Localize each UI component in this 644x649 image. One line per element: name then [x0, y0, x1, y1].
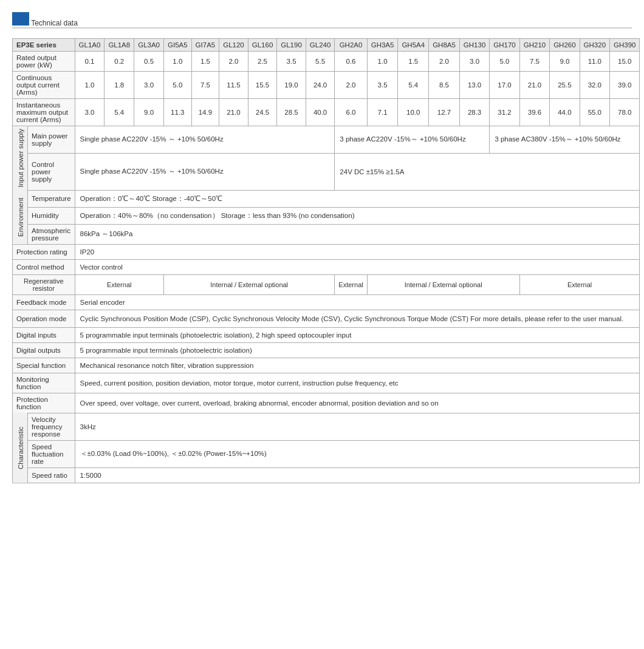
- col-GH3A5: GH3A5: [367, 39, 398, 52]
- monitoring-function-label: Monitoring function: [13, 373, 75, 393]
- inst-6: 24.5: [248, 99, 277, 126]
- page-title: Technical data: [12, 12, 632, 27]
- col-GL1A8: GL1A8: [104, 39, 134, 52]
- atmospheric-value: 86kPa ～106kPa: [75, 224, 640, 244]
- inst-10: 7.1: [367, 99, 398, 126]
- protection-function-value: Over speed, over voltage, over current, …: [75, 393, 640, 413]
- digital-inputs-label: Digital inputs: [13, 327, 75, 342]
- cont-2: 3.0: [134, 72, 164, 99]
- col-GH390: GH390: [610, 39, 640, 52]
- inst-11: 10.0: [398, 99, 429, 126]
- input-power-supply-section: Input power supply: [13, 126, 28, 191]
- inst-15: 39.6: [519, 99, 549, 126]
- rated-power-15: 7.5: [519, 52, 549, 72]
- cont-11: 5.4: [398, 72, 429, 99]
- environment-section: Environment: [13, 190, 28, 244]
- inst-18: 78.0: [610, 99, 640, 126]
- digital-inputs-value: 5 programmable input terminals (photoele…: [75, 327, 640, 342]
- rated-power-12: 2.0: [429, 52, 460, 72]
- cont-12: 8.5: [429, 72, 460, 99]
- col-GL190: GL190: [277, 39, 306, 52]
- col-GH320: GH320: [580, 39, 609, 52]
- rated-power-11: 1.5: [398, 52, 429, 72]
- cont-8: 24.0: [306, 72, 335, 99]
- cont-7: 19.0: [277, 72, 306, 99]
- col-GH8A5: GH8A5: [429, 39, 460, 52]
- rated-power-9: 0.6: [335, 52, 367, 72]
- rated-power-17: 11.0: [580, 52, 609, 72]
- cont-1: 1.8: [104, 72, 134, 99]
- cont-18: 39.0: [610, 72, 640, 99]
- inst-16: 44.0: [550, 99, 580, 126]
- protection-rating-value: IP20: [75, 244, 640, 259]
- operation-mode-value: Cyclic Synchronous Position Mode (CSP), …: [75, 310, 640, 327]
- cont-15: 21.0: [519, 72, 549, 99]
- col-GH170: GH170: [490, 39, 519, 52]
- cont-4: 7.5: [191, 72, 219, 99]
- col-GL120: GL120: [219, 39, 248, 52]
- humidity-value: Operation：40%～80%（no condensation） Stora…: [75, 207, 640, 224]
- inst-9: 6.0: [335, 99, 367, 126]
- rated-power-label: Rated output power (kW): [13, 52, 75, 72]
- speed-fluct-value: ＜±0.03% (Load 0%~100%), ＜±0.02% (Power-1…: [75, 440, 640, 467]
- cont-17: 32.0: [580, 72, 609, 99]
- rated-power-6: 2.5: [248, 52, 277, 72]
- regen-internal-external1: Internal / External optional: [164, 274, 335, 294]
- col-GI7A5: GI7A5: [191, 39, 219, 52]
- instantaneous-label: Instantaneous maximum output current (Ar…: [13, 99, 75, 126]
- control-power-col2: 24V DC ±15% ≥1.5A: [335, 153, 640, 190]
- digital-outputs-label: Digital outputs: [13, 342, 75, 358]
- rated-power-10: 1.0: [367, 52, 398, 72]
- rated-power-2: 0.5: [134, 52, 164, 72]
- special-function-value: Mechanical resonance notch filter, vibra…: [75, 358, 640, 373]
- inst-17: 55.0: [580, 99, 609, 126]
- main-power-col3: 3 phase AC380V -15%～ +10% 50/60Hz: [490, 126, 640, 154]
- inst-8: 40.0: [306, 99, 335, 126]
- series-label: EP3E series: [13, 39, 75, 52]
- col-GI5A5: GI5A5: [164, 39, 192, 52]
- main-power-col2: 3 phase AC220V -15%～ +10% 50/60Hz: [335, 126, 490, 154]
- atmospheric-label: Atmospheric pressure: [28, 224, 75, 244]
- regen-external3: External: [519, 274, 640, 294]
- rated-power-18: 15.0: [610, 52, 640, 72]
- col-GH130: GH130: [459, 39, 489, 52]
- monitoring-function-value: Speed, current position, position deviat…: [75, 373, 640, 393]
- cont-16: 25.5: [550, 72, 580, 99]
- speed-fluct-label: Speed fluctuation rate: [28, 440, 75, 467]
- operation-mode-label: Operation mode: [13, 310, 75, 327]
- inst-13: 28.3: [459, 99, 489, 126]
- col-GH210: GH210: [519, 39, 549, 52]
- inst-12: 12.7: [429, 99, 460, 126]
- cont-6: 15.5: [248, 72, 277, 99]
- rated-power-5: 2.0: [219, 52, 248, 72]
- feedback-mode-value: Serial encoder: [75, 294, 640, 310]
- special-function-label: Special function: [13, 358, 75, 373]
- temperature-value: Operation：0℃～40℃ Storage：-40℃～50℃: [75, 190, 640, 207]
- col-GH260: GH260: [550, 39, 580, 52]
- inst-2: 9.0: [134, 99, 164, 126]
- continuous-current-label: Continuous output current (Arms): [13, 72, 75, 99]
- cont-5: 11.5: [219, 72, 248, 99]
- col-GL240: GL240: [306, 39, 335, 52]
- digital-outputs-value: 5 programmable input terminals (photoele…: [75, 342, 640, 358]
- rated-power-7: 3.5: [277, 52, 306, 72]
- regen-external1: External: [75, 274, 163, 294]
- protection-function-label: Protection function: [13, 393, 75, 413]
- inst-3: 11.3: [164, 99, 192, 126]
- inst-4: 14.9: [191, 99, 219, 126]
- temperature-label: Temperature: [28, 190, 75, 207]
- feedback-mode-label: Feedback mode: [13, 294, 75, 310]
- main-power-col1: Single phase AC220V -15% ～ +10% 50/60Hz: [75, 126, 335, 154]
- main-power-supply-label: Main power supply: [28, 126, 75, 154]
- regen-external2: External: [335, 274, 367, 294]
- rated-power-4: 1.5: [191, 52, 219, 72]
- rated-power-3: 1.0: [164, 52, 192, 72]
- control-power-supply-label: Control power supply: [28, 153, 75, 190]
- col-GH2A0: GH2A0: [335, 39, 367, 52]
- regen-internal-external2: Internal / External optional: [367, 274, 519, 294]
- inst-1: 5.4: [104, 99, 134, 126]
- characteristic-section: Characteristic: [13, 413, 28, 483]
- inst-14: 31.2: [490, 99, 519, 126]
- control-method-value: Vector control: [75, 259, 640, 274]
- velocity-freq-label: Velocity frequency response: [28, 413, 75, 440]
